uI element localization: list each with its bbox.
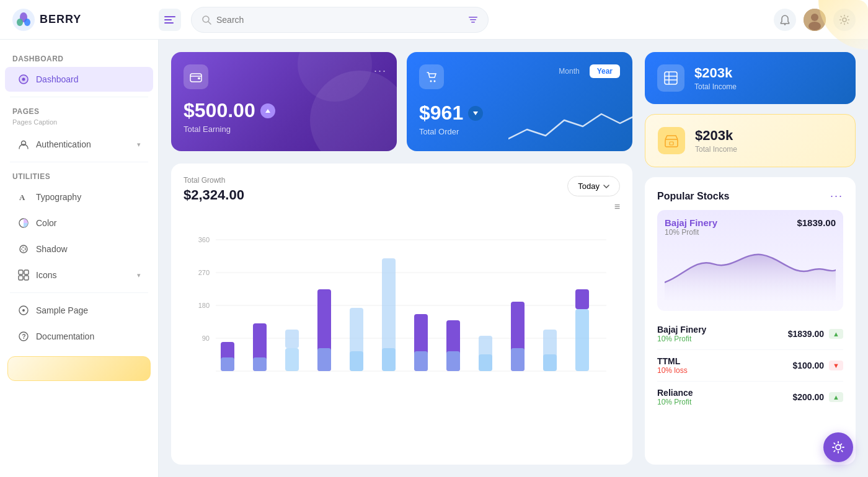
stock-reliance-status: 10% Profit <box>657 398 693 406</box>
sidebar-pages-caption: Pages Caption <box>0 118 158 131</box>
sidebar-item-shadow[interactable]: Shadow <box>5 237 153 261</box>
svg-rect-11 <box>471 22 475 23</box>
card1-more-button[interactable]: ... <box>374 62 387 75</box>
stock-item-reliance-right: $200.00 ▲ <box>793 392 844 402</box>
svg-text:360: 360 <box>198 236 210 243</box>
sample-page-icon <box>17 304 30 317</box>
sidebar-item-authentication-label: Authentication <box>36 139 91 149</box>
documentation-icon: ? <box>17 330 30 343</box>
search-input[interactable] <box>216 15 463 25</box>
svg-rect-73 <box>665 139 678 147</box>
chart-card: Total Growth $2,324.00 Today ≡ <box>171 164 632 465</box>
income-info-blue: $203k Total Income <box>694 65 737 91</box>
sidebar-item-typography[interactable]: A Typography <box>5 185 153 209</box>
svg-point-12 <box>784 24 786 25</box>
wallet-icon <box>189 70 203 84</box>
sidebar-item-documentation[interactable]: ? Documentation <box>5 324 153 349</box>
sidebar-item-dashboard[interactable]: Dashboard <box>5 67 153 92</box>
sidebar-item-documentation-label: Documentation <box>36 331 94 341</box>
stocks-more-button[interactable]: ··· <box>830 190 843 203</box>
svg-rect-54 <box>350 351 363 371</box>
fab-button[interactable] <box>823 432 853 462</box>
income-info-yellow: $203k Total Income <box>695 128 737 154</box>
stock-bajaj-badge: ▲ <box>829 329 843 339</box>
total-order-card: Month Year $961 Total Order <box>407 52 632 151</box>
svg-rect-26 <box>19 276 23 280</box>
svg-rect-64 <box>511 348 525 371</box>
shopping-icon <box>425 70 438 84</box>
featured-stock-profit: 10% Profit <box>665 228 717 237</box>
stock-item-ttml-left: TTML 10% loss <box>657 356 688 375</box>
dashboard-icon <box>17 73 30 85</box>
yellow-card-decoration <box>818 40 868 50</box>
svg-point-22 <box>20 245 27 253</box>
stock-item-ttml: TTML 10% loss $100.00 ▼ <box>657 350 843 382</box>
stock-item-ttml-right: $100.00 ▼ <box>793 361 844 370</box>
icons-chevron: ▾ <box>137 271 141 279</box>
sidebar-section-pages: Pages <box>0 102 158 118</box>
store-icon <box>664 133 679 148</box>
featured-stock-area: Bajaj Finery 10% Profit $1839.00 <box>657 210 843 311</box>
sidebar-section-utilities: Utilities <box>0 167 158 183</box>
shadow-icon <box>17 243 30 255</box>
chart-header: Total Growth $2,324.00 Today ≡ <box>184 176 620 217</box>
stock-ttml-status: 10% loss <box>657 366 688 375</box>
sidebar-item-dashboard-label: Dashboard <box>36 74 79 84</box>
income-label-blue: Total Income <box>694 82 737 91</box>
stock-item-reliance: Reliance 10% Profit $200.00 ▲ <box>657 382 843 413</box>
svg-rect-9 <box>469 17 477 18</box>
income-value-blue: $203k <box>694 65 737 81</box>
svg-rect-62 <box>479 354 492 371</box>
stocks-header: Popular Stocks ··· <box>657 190 843 203</box>
svg-text:?: ? <box>22 333 26 340</box>
stock-reliance-price: $200.00 <box>793 392 825 402</box>
sidebar-divider-3 <box>10 292 148 293</box>
sidebar-item-sample-page[interactable]: Sample Page <box>5 298 153 323</box>
sidebar: Dashboard Dashboard Pages Pages Caption … <box>0 40 159 477</box>
stock-reliance-badge: ▲ <box>829 392 843 402</box>
sidebar-item-icons[interactable]: Icons ▾ <box>5 263 153 287</box>
featured-stock-name: Bajaj Finery <box>665 217 717 228</box>
sidebar-item-sample-page-label: Sample Page <box>36 305 88 315</box>
svg-rect-24 <box>19 270 23 274</box>
svg-rect-68 <box>575 309 589 371</box>
svg-point-15 <box>808 22 821 30</box>
main-left: ... $500.00 Total Earning <box>171 52 632 465</box>
chart-menu-button[interactable]: ≡ <box>614 201 620 212</box>
search-icon <box>202 15 211 25</box>
svg-point-34 <box>430 81 432 82</box>
svg-rect-52 <box>317 348 331 371</box>
filter-icon[interactable] <box>468 15 478 25</box>
today-button[interactable]: Today <box>567 176 620 196</box>
cards-row: ... $500.00 Total Earning <box>171 52 632 151</box>
svg-rect-60 <box>446 351 460 371</box>
sidebar-item-authentication[interactable]: Authentication ▾ <box>5 132 153 157</box>
color-icon <box>17 217 30 229</box>
sidebar-banner <box>7 356 151 381</box>
stock-ttml-badge: ▼ <box>829 361 843 370</box>
chart-title: Total Growth <box>184 176 244 185</box>
sidebar-item-typography-label: Typography <box>36 192 81 202</box>
logo-icon <box>12 9 35 31</box>
svg-rect-6 <box>164 22 174 24</box>
menu-button[interactable] <box>159 9 181 31</box>
logo-text: BERRY <box>40 13 81 26</box>
sidebar-section-dashboard: Dashboard <box>0 50 158 66</box>
notification-button[interactable] <box>774 9 796 31</box>
sidebar-item-color[interactable]: Color <box>5 211 153 235</box>
svg-point-35 <box>434 81 436 82</box>
stock-list: Bajaj Finery 10% Profit $1839.00 ▲ TTML … <box>657 318 843 413</box>
svg-rect-27 <box>24 276 29 280</box>
tab-year[interactable]: Year <box>590 64 620 78</box>
svg-rect-48 <box>253 357 267 371</box>
topbar: BERRY <box>0 0 868 40</box>
popular-stocks-card: Popular Stocks ··· Bajaj Finery 10% Prof… <box>645 177 856 465</box>
total-earning-card: ... $500.00 Total Earning <box>171 52 397 151</box>
tab-month[interactable]: Month <box>551 64 587 78</box>
svg-rect-33 <box>198 77 200 79</box>
fab-gear-icon <box>831 440 845 454</box>
svg-rect-66 <box>543 354 557 371</box>
featured-stock-info: Bajaj Finery 10% Profit <box>665 217 717 237</box>
stock-reliance-name: Reliance <box>657 388 693 398</box>
stock-item-reliance-left: Reliance 10% Profit <box>657 388 693 406</box>
